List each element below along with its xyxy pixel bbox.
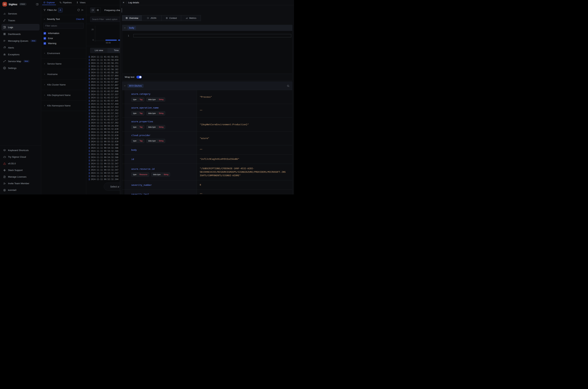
- select-region-button[interactable]: [90, 8, 95, 13]
- clear-all-link[interactable]: Clear All: [76, 18, 84, 20]
- attribute-value: "": [200, 109, 202, 113]
- filter-group-service-name[interactable]: Service Name: [41, 59, 86, 69]
- refresh-icon[interactable]: [77, 9, 80, 11]
- log-row[interactable]: 2024-11-11 00:56:24.950: [86, 124, 120, 128]
- log-row[interactable]: 2024-11-11 01:02:57.864: [86, 74, 120, 77]
- filter-group-k8s-deployment-name[interactable]: K8s Deployment Name: [41, 90, 86, 100]
- sidebar-item-settings[interactable]: Settings: [1, 65, 40, 71]
- sidebar-item-alerts[interactable]: Alerts: [1, 44, 40, 51]
- sidebar-item-service-map[interactable]: Service MapBeta: [1, 58, 40, 65]
- atom-view-button[interactable]: [95, 8, 100, 13]
- severity-option-warning[interactable]: Warning: [41, 41, 86, 46]
- log-row[interactable]: 2024-11-11 01:02:58.650: [86, 59, 120, 62]
- log-row[interactable]: 2024-11-11 01:02:57.342: [86, 112, 120, 115]
- drawer-tab-context[interactable]: Context: [161, 15, 181, 21]
- log-row[interactable]: 2024-11-11 00:52:32.504: [86, 178, 120, 181]
- checkbox-checked-icon[interactable]: [44, 37, 46, 40]
- log-row[interactable]: 2024-11-11 01:02:58.182: [86, 68, 120, 71]
- sidebar-item-traces[interactable]: Traces: [1, 17, 40, 24]
- severity-section-header[interactable]: Severity Text Clear All: [41, 15, 86, 22]
- sidebar-footer-item-invite-team-member[interactable]: Invite Team Member: [1, 180, 40, 187]
- log-row[interactable]: 2024-11-11 01:02:57.864: [86, 77, 120, 80]
- sidebar-footer-item-slack-support[interactable]: Slack Support: [1, 167, 40, 173]
- log-row[interactable]: 2024-11-11 00:53:32.547: [86, 162, 120, 165]
- sidebar-item-logs[interactable]: Logs: [1, 24, 40, 31]
- chart-x-axis: [94, 41, 120, 41]
- log-row[interactable]: 2024-11-11 01:02:57.353: [86, 105, 120, 109]
- log-row[interactable]: 2024-11-11 01:02:58.251: [86, 65, 120, 68]
- log-row[interactable]: 2024-11-11 01:02:58.651: [86, 55, 120, 59]
- log-row[interactable]: 2024-11-11 00:55:32.630: [86, 137, 120, 140]
- editor-selected-line[interactable]: [133, 34, 291, 37]
- drawer-tab-json[interactable]: JSON: [142, 15, 161, 21]
- sidebar-footer-item-manage-licenses[interactable]: Manage Licenses: [1, 174, 40, 180]
- log-row[interactable]: 2024-11-11 01:02:57.557: [86, 96, 120, 99]
- log-row[interactable]: 2024-11-11 00:54:32.586: [86, 146, 120, 150]
- tab-pipelines[interactable]: Pipelines: [60, 0, 72, 5]
- wrap-text-toggle[interactable]: [136, 76, 142, 78]
- log-row[interactable]: 2024-11-11 01:02:57.352: [86, 109, 120, 112]
- tab-explorer[interactable]: Explorer: [43, 0, 55, 5]
- severity-option-information[interactable]: Information: [41, 31, 86, 36]
- body-section-header[interactable]: body: [122, 25, 292, 31]
- log-row[interactable]: 2024-11-11 00:55:32.630: [86, 128, 120, 131]
- search-filter-input[interactable]: [90, 17, 120, 22]
- checkbox-checked-icon[interactable]: [44, 42, 46, 45]
- filter-group-environment[interactable]: Environment: [41, 48, 86, 59]
- severity-section-title: Severity Text: [47, 18, 60, 20]
- search-icon[interactable]: [287, 85, 289, 87]
- log-row[interactable]: 2024-11-11 00:54:32.586: [86, 143, 120, 146]
- sidebar-item-exceptions[interactable]: Exceptions: [1, 51, 40, 58]
- severity-option-error[interactable]: Error: [41, 36, 86, 41]
- filter-group-hostname[interactable]: Hostname: [41, 69, 86, 80]
- view-tab-time[interactable]: Time: [108, 48, 120, 53]
- log-row[interactable]: 2024-11-11 01:02:57.807: [86, 80, 120, 84]
- log-row[interactable]: 2024-11-11 01:02:57.317: [86, 118, 120, 121]
- sidebar-footer-item-v0-55-0[interactable]: v0.55.0: [1, 160, 40, 167]
- select-view-button[interactable]: Select a vi: [104, 183, 120, 191]
- filter-values-input[interactable]: [43, 23, 84, 29]
- sidebar-footer-item-konnta0[interactable]: konnta0: [1, 187, 40, 193]
- filter-group-k8s-namespace-name[interactable]: K8s Namespace Name: [41, 100, 86, 111]
- log-row[interactable]: 2024-11-11 01:02:57.302: [86, 121, 120, 124]
- sidebar-footer-item-try-signoz-cloud[interactable]: Try Signoz Cloud: [1, 154, 40, 160]
- sidebar-footer-item-keyboard-shortcuts[interactable]: Keyboard Shortcuts: [1, 147, 40, 154]
- log-row[interactable]: 2024-11-11 01:02:57.608: [86, 90, 120, 93]
- view-tab-list-view[interactable]: List view: [90, 48, 108, 53]
- log-row[interactable]: 2024-11-11 00:55:32.630: [86, 134, 120, 137]
- log-row[interactable]: 2024-11-11 00:54:32.586: [86, 153, 120, 156]
- log-row[interactable]: 2024-11-11 00:55:32.630: [86, 131, 120, 134]
- sidebar-item-dashboards[interactable]: Dashboards: [1, 31, 40, 37]
- filter-group-k8s-cluster-name[interactable]: K8s Cluster Name: [41, 80, 86, 90]
- log-row[interactable]: 2024-11-11 00:53:32.547: [86, 159, 120, 162]
- attributes-header[interactable]: Attributes: [122, 82, 292, 90]
- sidebar-item-messaging-queues[interactable]: Messaging QueuesBeta: [1, 37, 40, 44]
- tab-views[interactable]: Views: [76, 0, 86, 5]
- query-scope-chip[interactable]: A: [58, 8, 62, 12]
- sidebar-item-services[interactable]: Services: [1, 10, 40, 17]
- log-row[interactable]: 2024-11-11 01:02:58.251: [86, 62, 120, 65]
- body-editor[interactable]: 1: [122, 31, 292, 74]
- drawer-tab-metrics[interactable]: Metrics: [181, 15, 201, 21]
- log-row[interactable]: 2024-11-11 01:02:57.444: [86, 102, 120, 105]
- checkbox-checked-icon[interactable]: [44, 32, 46, 34]
- log-row[interactable]: 2024-11-11 01:02:57.445: [86, 99, 120, 102]
- drawer-scrollbar[interactable]: [122, 8, 122, 13]
- close-icon[interactable]: ✕: [123, 1, 124, 4]
- brand-row: SigNoz FREE: [0, 0, 41, 8]
- log-row[interactable]: 2024-11-11 01:02:58.182: [86, 71, 120, 74]
- collapse-panel-icon[interactable]: [81, 9, 84, 11]
- log-row[interactable]: 2024-11-11 00:54:32.586: [86, 156, 120, 159]
- log-row[interactable]: 2024-11-11 00:54:32.586: [86, 150, 120, 153]
- log-row[interactable]: 2024-11-11 00:52:32.504: [86, 175, 120, 178]
- log-row[interactable]: 2024-11-11 01:02:57.807: [86, 84, 120, 87]
- drawer-tab-overview[interactable]: Overview: [122, 15, 142, 21]
- log-row[interactable]: 2024-11-11 00:53:32.547: [86, 165, 120, 168]
- sidebar-collapse-icon[interactable]: [36, 3, 38, 6]
- log-row[interactable]: 2024-11-11 00:55:32.630: [86, 140, 120, 143]
- log-row[interactable]: 2024-11-11 01:02:57.608: [86, 87, 120, 90]
- log-row[interactable]: 2024-11-11 01:02:57.317: [86, 115, 120, 118]
- log-row[interactable]: 2024-11-11 00:53:32.547: [86, 171, 120, 175]
- log-row[interactable]: 2024-11-11 01:02:57.557: [86, 93, 120, 96]
- log-row[interactable]: 2024-11-11 00:53:32.547: [86, 168, 120, 171]
